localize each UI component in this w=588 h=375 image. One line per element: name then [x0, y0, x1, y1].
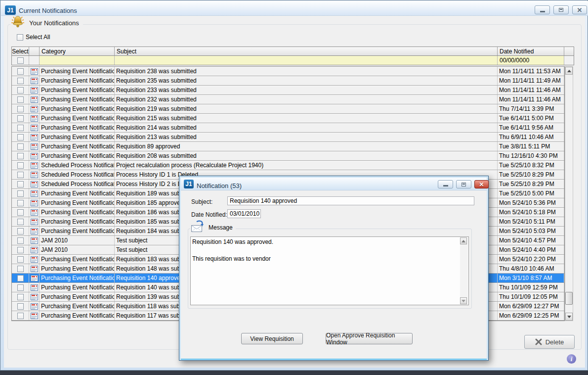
delete-button[interactable]: Delete: [524, 335, 575, 349]
row-checkbox[interactable]: [17, 294, 24, 300]
row-select-cell[interactable]: [12, 180, 29, 188]
row-checkbox[interactable]: [17, 106, 24, 112]
row-checkbox[interactable]: [17, 68, 24, 75]
scroll-down-button[interactable]: [565, 313, 573, 321]
row-select-cell[interactable]: [12, 76, 29, 85]
row-select-cell[interactable]: [12, 208, 29, 217]
row-select-cell[interactable]: [12, 67, 29, 76]
row-checkbox[interactable]: [17, 153, 24, 159]
table-row[interactable]: Purchasing Event Notification Requisitio…: [12, 67, 564, 76]
main-titlebar[interactable]: J1 Current Notifications ✕: [1, 1, 588, 16]
column-header-subject[interactable]: Subject: [115, 47, 498, 55]
row-checkbox[interactable]: [17, 209, 24, 216]
dialog-restore-button[interactable]: [456, 180, 471, 188]
scrollbar-thumb[interactable]: [565, 292, 573, 305]
row-select-cell[interactable]: [12, 264, 29, 273]
filter-subject-input[interactable]: [115, 56, 498, 65]
info-icon[interactable]: i: [567, 354, 576, 364]
row-checkbox[interactable]: [17, 256, 24, 263]
row-checkbox[interactable]: [17, 219, 24, 225]
column-header-date[interactable]: Date Notified: [498, 47, 564, 55]
row-checkbox[interactable]: [17, 134, 24, 141]
row-select-cell[interactable]: [12, 104, 29, 113]
table-row[interactable]: Purchasing Event Notification Requisitio…: [12, 86, 564, 95]
row-select-cell[interactable]: [12, 133, 29, 141]
filter-date-input[interactable]: 00/00/0000: [498, 56, 564, 65]
row-select-cell[interactable]: [12, 236, 29, 245]
row-select-cell[interactable]: [12, 283, 29, 292]
open-approve-requisition-button[interactable]: Open Approve Requisition Window: [326, 333, 413, 344]
select-all[interactable]: Select All: [17, 34, 50, 41]
table-vertical-scrollbar[interactable]: [565, 66, 573, 321]
scroll-up-button[interactable]: [565, 67, 573, 75]
dialog-titlebar[interactable]: J1 Notification (53) ✕: [181, 178, 487, 190]
row-select-cell[interactable]: [12, 217, 29, 226]
row-category: Purchasing Event Notification: [40, 283, 115, 292]
close-button[interactable]: ✕: [572, 5, 587, 14]
row-select-cell[interactable]: [12, 123, 29, 132]
row-checkbox[interactable]: [17, 303, 24, 310]
table-row[interactable]: Purchasing Event Notification Requisitio…: [12, 76, 564, 86]
table-row[interactable]: Scheduled Process Notification Project r…: [12, 161, 564, 170]
dialog-minimize-button[interactable]: [438, 180, 453, 188]
row-select-cell[interactable]: [12, 311, 29, 320]
row-select-cell[interactable]: [12, 170, 29, 179]
row-select-cell[interactable]: [12, 302, 29, 311]
table-row[interactable]: Purchasing Event Notification Requisitio…: [12, 151, 564, 161]
scroll-up-button[interactable]: [460, 237, 467, 244]
minimize-button[interactable]: [535, 5, 550, 14]
message-textarea[interactable]: Requisition 140 was approved. This requi…: [190, 236, 469, 305]
view-requisition-button[interactable]: View Requisition: [241, 333, 303, 344]
filter-checkbox[interactable]: [17, 57, 24, 64]
subject-field[interactable]: Requisition 140 approved: [227, 196, 474, 205]
row-checkbox[interactable]: [17, 228, 24, 234]
row-select-cell[interactable]: [12, 255, 29, 264]
row-select-cell[interactable]: [12, 86, 29, 94]
filter-select-cell[interactable]: [12, 56, 29, 65]
row-select-cell[interactable]: [12, 142, 29, 151]
row-select-cell[interactable]: [12, 198, 29, 207]
message-scrollbar[interactable]: [460, 237, 468, 304]
date-notified-field[interactable]: 03/01/2010: [227, 209, 261, 218]
restore-button[interactable]: [553, 5, 569, 14]
column-header-icon[interactable]: [29, 47, 40, 55]
row-select-cell[interactable]: [12, 151, 29, 160]
row-checkbox[interactable]: [17, 162, 24, 169]
row-checkbox[interactable]: [17, 313, 24, 319]
dialog-close-button[interactable]: ✕: [474, 180, 489, 188]
row-select-cell[interactable]: [12, 245, 29, 254]
select-all-checkbox[interactable]: [17, 34, 23, 41]
table-row[interactable]: Purchasing Event Notification Requisitio…: [12, 104, 564, 114]
row-checkbox[interactable]: [17, 200, 24, 206]
row-checkbox[interactable]: [17, 96, 24, 103]
row-checkbox[interactable]: [17, 115, 24, 122]
row-select-cell[interactable]: [12, 161, 29, 170]
row-checkbox[interactable]: [17, 275, 24, 281]
row-checkbox[interactable]: [17, 237, 24, 244]
row-checkbox[interactable]: [17, 143, 24, 150]
row-checkbox[interactable]: [17, 247, 24, 253]
table-row[interactable]: Purchasing Event Notification Requisitio…: [12, 123, 564, 133]
scroll-down-button[interactable]: [460, 297, 467, 304]
table-row[interactable]: Purchasing Event Notification Requisitio…: [12, 133, 564, 142]
row-checkbox[interactable]: [17, 78, 24, 84]
row-select-cell[interactable]: [12, 227, 29, 235]
row-select-cell[interactable]: [12, 114, 29, 123]
column-header-category[interactable]: Category: [40, 47, 115, 55]
row-checkbox[interactable]: [17, 125, 24, 131]
row-checkbox[interactable]: [17, 87, 24, 94]
row-checkbox[interactable]: [17, 284, 24, 291]
row-select-cell[interactable]: [12, 292, 29, 301]
column-header-select[interactable]: Select: [12, 47, 29, 55]
table-row[interactable]: Purchasing Event Notification Requisitio…: [12, 114, 564, 123]
row-checkbox[interactable]: [17, 190, 24, 197]
filter-category-input[interactable]: [40, 56, 115, 65]
row-select-cell[interactable]: [12, 95, 29, 104]
row-select-cell[interactable]: [12, 274, 29, 282]
table-row[interactable]: Purchasing Event Notification Requisitio…: [12, 95, 564, 104]
row-select-cell[interactable]: [12, 189, 29, 198]
row-checkbox[interactable]: [17, 172, 24, 178]
table-row[interactable]: Purchasing Event Notification Requisitio…: [12, 142, 564, 151]
row-checkbox[interactable]: [17, 266, 24, 272]
row-checkbox[interactable]: [17, 181, 24, 188]
